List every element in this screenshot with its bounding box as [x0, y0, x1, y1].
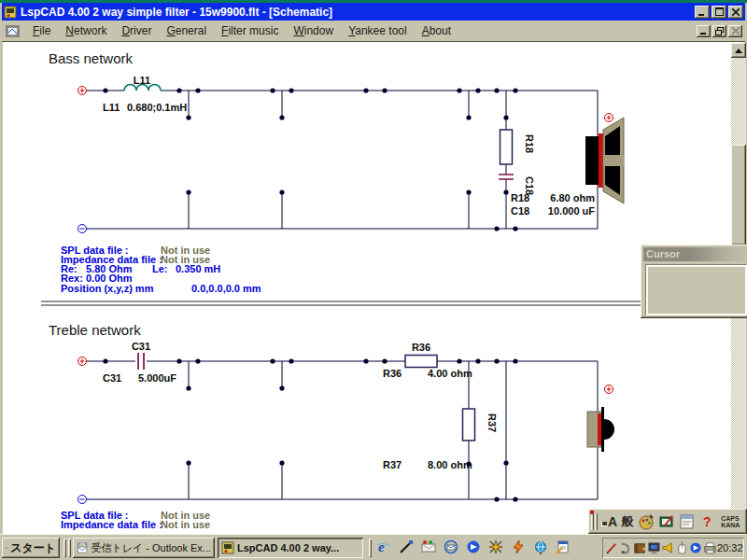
- schematic-document-icon[interactable]: [6, 25, 20, 37]
- pad-icon[interactable]: [678, 512, 697, 531]
- position-label: Position (x,y,z) mm: [61, 283, 154, 294]
- taskbar-grip[interactable]: [63, 539, 66, 557]
- lasso-icon[interactable]: [619, 541, 632, 555]
- ime-drag-grip[interactable]: [591, 513, 598, 530]
- bass-driver-info: SPL data file : Not in use Impedance dat…: [61, 245, 261, 294]
- start-button[interactable]: スタート: [2, 538, 60, 558]
- c31-ref-label: C31: [132, 341, 150, 352]
- resistor-r18[interactable]: R18: [500, 130, 536, 164]
- bass-network: Bass network: [49, 50, 624, 294]
- ime-caps-label: CAPS: [721, 515, 739, 522]
- menu-window[interactable]: Window: [286, 21, 341, 40]
- le-label: Le:: [152, 263, 168, 274]
- treble-input-plus-terminal: [78, 357, 87, 366]
- cursor-panel-titlebar[interactable]: Cursor: [643, 247, 747, 261]
- ime-kana-label: KANA: [721, 522, 740, 528]
- outlook-express-icon: [77, 542, 88, 554]
- internet-explorer-icon[interactable]: e: [375, 539, 391, 554]
- capacitor-c31-symbol: [138, 353, 144, 370]
- r37-rotated-label: R37: [486, 413, 498, 432]
- tweeter-icon[interactable]: [587, 407, 614, 452]
- start-label: スタート: [10, 540, 56, 556]
- taskbar-grip-2[interactable]: [68, 539, 71, 557]
- tweeter-plus-terminal: [605, 385, 613, 394]
- palette-icon[interactable]: [637, 512, 655, 531]
- window-title: LspCAD 4.00 2 way simple filter - 15w990…: [21, 6, 332, 19]
- bass-network-heading: Bass network: [49, 50, 134, 66]
- lspcad-app-icon: [4, 6, 17, 19]
- menu-driver[interactable]: Driver: [114, 21, 159, 40]
- dictionary-icon[interactable]: [657, 512, 676, 531]
- mdi-close-button[interactable]: [728, 25, 742, 37]
- mdi-restore-button[interactable]: [712, 25, 726, 37]
- r18-ref-label: R18: [511, 192, 529, 203]
- resistor-r18-symbol: [500, 130, 513, 164]
- r36-ref-label: R36: [412, 342, 430, 353]
- menu-filter-music[interactable]: Filter music: [214, 21, 286, 40]
- printer-icon[interactable]: [703, 541, 716, 555]
- wand-icon[interactable]: [398, 539, 414, 554]
- mail-icon[interactable]: [420, 539, 436, 554]
- inductor-l11[interactable]: L11 L11 0.680;0.1mH: [103, 75, 187, 113]
- r37-ref-row-label: R37: [383, 459, 402, 470]
- treble-network-heading: Treble network: [49, 322, 141, 338]
- ime-toolbar: A 般 ? CAPS KANA: [588, 509, 747, 534]
- ime-input-mode-button[interactable]: A: [601, 515, 617, 528]
- msn-sphere-icon[interactable]: [465, 539, 481, 554]
- inductor-ref-label: L11: [134, 75, 150, 86]
- desktop-screen: LspCAD 4.00 2 way simple filter - 15w990…: [0, 0, 747, 560]
- cursor-readout-box: [646, 265, 747, 315]
- system-tray: 20:32: [602, 538, 744, 558]
- menu-file[interactable]: File: [25, 21, 58, 40]
- treble-input-minus-terminal: [78, 496, 87, 504]
- taskbar: スタート 受信トレイ - Outlook Ex... LspCAD 4.00 2…: [0, 534, 747, 560]
- maximize-button[interactable]: [712, 6, 726, 19]
- menu-network[interactable]: Network: [58, 21, 114, 40]
- cursor-panel: Cursor: [641, 245, 747, 318]
- lspcad-icon: [221, 541, 234, 554]
- minimize-button[interactable]: [695, 6, 710, 19]
- scrollbar-thumb[interactable]: [731, 145, 746, 245]
- capacitor-c31[interactable]: C31 C31 5.000uF: [103, 341, 176, 384]
- capacitor-c18-symbol: [499, 175, 514, 179]
- windows-logo-icon: [6, 541, 7, 554]
- pen-icon[interactable]: [605, 541, 618, 555]
- r36-ref-row-label: R36: [383, 368, 402, 379]
- quick-launch-bar: e: [375, 539, 571, 554]
- task-button-lspcad[interactable]: LspCAD 4.00 2 way...: [218, 538, 363, 558]
- titlebar[interactable]: LspCAD 4.00 2 way simple filter - 15w990…: [2, 3, 745, 21]
- menu-about[interactable]: About: [415, 21, 458, 40]
- treble-impedance-file-label: Impedance data file :: [61, 519, 162, 530]
- journal-icon[interactable]: [555, 539, 571, 554]
- schematic-canvas: Bass network: [3, 42, 731, 534]
- sphere-arrow-icon[interactable]: [689, 541, 702, 555]
- task-button-outlook-inbox[interactable]: 受信トレイ - Outlook Ex...: [73, 538, 215, 558]
- ime-caps-kana-indicator[interactable]: CAPS KANA: [721, 515, 740, 528]
- mouse-icon[interactable]: [675, 541, 688, 555]
- organizer-icon[interactable]: [633, 541, 646, 555]
- ime-conversion-mode-button[interactable]: 般: [621, 513, 633, 530]
- treble-network: Treble network: [49, 322, 614, 530]
- compass-star-icon[interactable]: [487, 539, 503, 554]
- close-button[interactable]: [728, 6, 743, 19]
- ime-help-icon[interactable]: ?: [698, 512, 717, 531]
- globe-search-icon[interactable]: [532, 539, 548, 554]
- quick-launch-grip[interactable]: [369, 539, 372, 557]
- lightning-icon[interactable]: [510, 539, 526, 554]
- network-separator: [41, 301, 641, 305]
- display-settings-icon[interactable]: [647, 541, 660, 555]
- volume-horn-icon[interactable]: [661, 541, 674, 555]
- task-label: LspCAD 4.00 2 way...: [237, 542, 339, 553]
- mdi-minimize-button[interactable]: [697, 25, 711, 37]
- r37-value-label: 8.00 ohm: [428, 459, 472, 470]
- menu-yankee-tool[interactable]: Yankee tool: [341, 21, 415, 40]
- scroll-up-arrow-icon: [735, 49, 742, 53]
- taskbar-clock[interactable]: 20:32: [717, 542, 743, 553]
- menubar: File Network Driver General Filter music…: [2, 21, 745, 41]
- resistor-r37[interactable]: R37 R37 8.00 ohm: [383, 409, 498, 470]
- woofer-plus-terminal: [605, 114, 613, 122]
- menu-general[interactable]: General: [159, 21, 214, 40]
- scroll-up-button[interactable]: [731, 43, 746, 58]
- woofer-icon[interactable]: [585, 118, 624, 203]
- outlook-express-icon[interactable]: [443, 539, 458, 554]
